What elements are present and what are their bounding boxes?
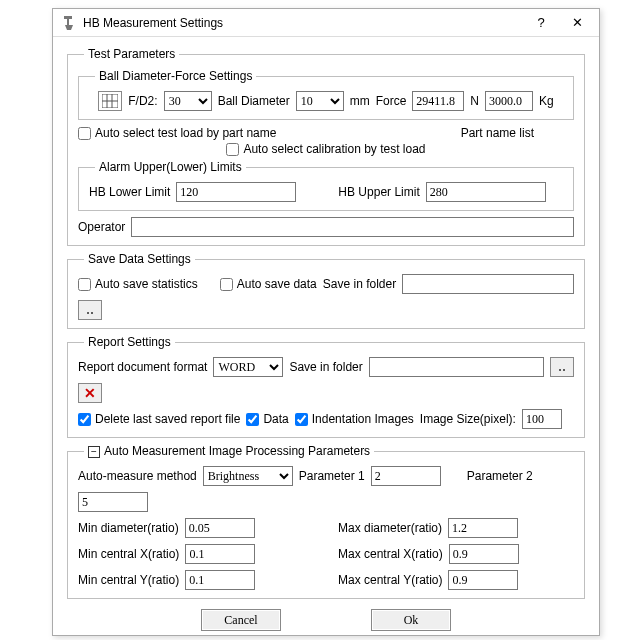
min-cx-label: Min central X(ratio): [78, 547, 179, 561]
min-cx-input[interactable]: [185, 544, 255, 564]
auto-save-statistics-checkbox[interactable]: Auto save statistics: [78, 277, 198, 291]
svg-rect-3: [67, 19, 69, 25]
report-format-label: Report document format: [78, 360, 207, 374]
max-cx-input[interactable]: [449, 544, 519, 564]
test-parameters-legend: Test Parameters: [84, 47, 179, 61]
max-diameter-label: Max diameter(ratio): [338, 521, 442, 535]
save-folder-label: Save in folder: [323, 277, 396, 291]
min-cy-input[interactable]: [185, 570, 255, 590]
min-diameter-input[interactable]: [185, 518, 255, 538]
max-cy-label: Max central Y(ratio): [338, 573, 442, 587]
browse-save-folder-button[interactable]: ‥: [78, 300, 102, 320]
data-checkbox[interactable]: Data: [246, 412, 288, 426]
indentation-images-checkbox[interactable]: Indentation Images: [295, 412, 414, 426]
ball-settings-group: Ball Diameter-Force Settings F/D2: 30 Ba…: [78, 69, 574, 120]
upper-limit-label: HB Upper Limit: [338, 185, 419, 199]
max-cx-label: Max central X(ratio): [338, 547, 443, 561]
ball-diameter-select[interactable]: 10: [296, 91, 344, 111]
close-button[interactable]: ✕: [559, 11, 595, 35]
auto-method-label: Auto-measure method: [78, 469, 197, 483]
fd2-label: F/D2:: [128, 94, 157, 108]
app-icon: [61, 15, 77, 31]
operator-label: Operator: [78, 220, 125, 234]
test-parameters-group: Test Parameters Ball Diameter-Force Sett…: [67, 47, 585, 246]
alarm-limits-group: Alarm Upper(Lower) Limits HB Lower Limit…: [78, 160, 574, 211]
fd2-select[interactable]: 30: [164, 91, 212, 111]
lower-limit-input[interactable]: [176, 182, 296, 202]
ok-button[interactable]: Ok: [371, 609, 451, 631]
mm-unit: mm: [350, 94, 370, 108]
save-data-group: Save Data Settings Auto save statistics …: [67, 252, 585, 329]
max-diameter-input[interactable]: [448, 518, 518, 538]
auto-select-cal-checkbox[interactable]: Auto select calibration by test load: [226, 142, 425, 156]
part-name-list-label: Part name list: [461, 126, 534, 140]
force-kg-input[interactable]: [485, 91, 533, 111]
image-size-input[interactable]: [522, 409, 562, 429]
delete-report-button[interactable]: ✕: [78, 383, 102, 403]
auto-save-data-checkbox[interactable]: Auto save data: [220, 277, 317, 291]
n-unit: N: [470, 94, 479, 108]
ball-diameter-label: Ball Diameter: [218, 94, 290, 108]
help-button[interactable]: ?: [523, 11, 559, 35]
svg-rect-2: [64, 16, 72, 19]
report-settings-legend: Report Settings: [84, 335, 175, 349]
cancel-button[interactable]: Cancel: [201, 609, 281, 631]
force-label: Force: [376, 94, 407, 108]
report-folder-input[interactable]: [369, 357, 544, 377]
window-title: HB Measurement Settings: [83, 16, 523, 30]
alarm-limits-legend: Alarm Upper(Lower) Limits: [95, 160, 246, 174]
param1-label: Parameter 1: [299, 469, 365, 483]
report-format-select[interactable]: WORD: [213, 357, 283, 377]
operator-input[interactable]: [131, 217, 574, 237]
browse-report-folder-button[interactable]: ‥: [550, 357, 574, 377]
collapse-toggle[interactable]: −: [88, 446, 100, 458]
min-cy-label: Min central Y(ratio): [78, 573, 179, 587]
param2-label: Parameter 2: [467, 469, 533, 483]
min-diameter-label: Min diameter(ratio): [78, 521, 179, 535]
auto-method-select[interactable]: Brightness: [203, 466, 293, 486]
save-data-legend: Save Data Settings: [84, 252, 195, 266]
param1-input[interactable]: [371, 466, 441, 486]
ball-settings-legend: Ball Diameter-Force Settings: [95, 69, 256, 83]
auto-select-load-checkbox[interactable]: Auto select test load by part name: [78, 126, 276, 140]
auto-measure-legend: −Auto Measurement Image Processing Param…: [84, 444, 374, 458]
max-cy-input[interactable]: [448, 570, 518, 590]
grid-icon-button[interactable]: [98, 91, 122, 111]
titlebar: HB Measurement Settings ? ✕: [53, 9, 599, 37]
report-settings-group: Report Settings Report document format W…: [67, 335, 585, 438]
kg-unit: Kg: [539, 94, 554, 108]
upper-limit-input[interactable]: [426, 182, 546, 202]
report-folder-label: Save in folder: [289, 360, 362, 374]
dialog-window: HB Measurement Settings ? ✕ Test Paramet…: [52, 8, 600, 636]
param2-input[interactable]: [78, 492, 148, 512]
force-n-input[interactable]: [412, 91, 464, 111]
save-folder-input[interactable]: [402, 274, 574, 294]
auto-measure-group: −Auto Measurement Image Processing Param…: [67, 444, 585, 599]
image-size-label: Image Size(pixel):: [420, 412, 516, 426]
lower-limit-label: HB Lower Limit: [89, 185, 170, 199]
delete-last-report-checkbox[interactable]: Delete last saved report file: [78, 412, 240, 426]
